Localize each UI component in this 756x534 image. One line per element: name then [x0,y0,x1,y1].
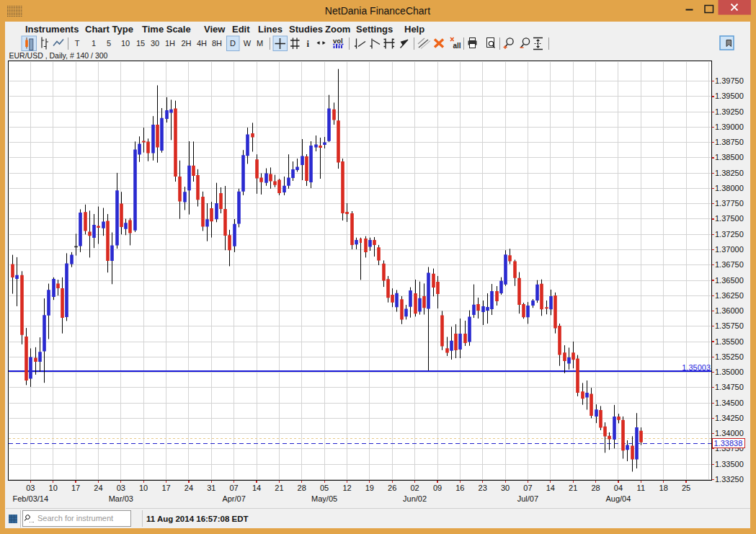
svg-text:Apr/07: Apr/07 [222,494,245,503]
svg-text:1.39000: 1.39000 [715,123,744,131]
svg-text:Instruments: Instruments [25,24,79,35]
svg-text:30: 30 [151,39,159,48]
svg-text:03: 03 [26,484,35,492]
svg-text:1.36000: 1.36000 [715,306,744,315]
svg-text:1.35750: 1.35750 [715,321,744,330]
svg-text:1.36750: 1.36750 [715,260,744,269]
svg-text:1H: 1H [165,39,175,48]
svg-text:1.39250: 1.39250 [715,107,744,116]
svg-text:1.35250: 1.35250 [715,352,744,361]
svg-text:Search for instrument: Search for instrument [37,514,113,522]
svg-text:W: W [244,39,252,48]
svg-text:1.34750: 1.34750 [715,383,744,391]
svg-text:1.36250: 1.36250 [715,291,744,300]
svg-text:Time Scale: Time Scale [142,24,191,35]
svg-text:i: i [307,39,310,49]
svg-text:21: 21 [569,484,577,492]
svg-text:Aug/04: Aug/04 [605,494,631,503]
svg-text:Zoom: Zoom [325,24,350,35]
svg-text:17: 17 [161,484,170,492]
svg-text:Jul/07: Jul/07 [517,494,538,503]
svg-text:vol: vol [333,37,343,45]
svg-text:EUR/USD , Daily, # 140 / 300: EUR/USD , Daily, # 140 / 300 [9,51,108,60]
svg-text:Mar/03: Mar/03 [109,494,133,503]
svg-text:26: 26 [388,484,396,492]
svg-text:May/05: May/05 [311,494,337,503]
svg-text:5: 5 [107,39,111,48]
svg-text:21: 21 [275,484,283,492]
svg-text:25: 25 [682,484,690,492]
svg-text:10: 10 [121,39,130,48]
svg-text:1.34000: 1.34000 [715,429,744,437]
svg-text:1.39750: 1.39750 [715,76,744,85]
svg-text:Studies: Studies [289,24,323,35]
svg-text:16: 16 [455,484,464,492]
svg-text:1.39500: 1.39500 [715,92,744,100]
svg-text:23: 23 [479,484,487,492]
svg-text:1.35500: 1.35500 [715,337,744,346]
svg-text:1.37250: 1.37250 [715,230,744,239]
svg-text:07: 07 [523,484,532,492]
svg-text:05: 05 [320,484,329,492]
svg-text:24: 24 [94,484,102,492]
svg-text:11: 11 [637,484,645,492]
svg-text:14: 14 [546,484,555,492]
svg-text:1.35003: 1.35003 [682,363,711,372]
svg-text:1.35000: 1.35000 [715,368,744,376]
svg-text:11 Aug 2014 16:57:08 EDT: 11 Aug 2014 16:57:08 EDT [146,515,248,523]
svg-text:View: View [204,24,226,35]
svg-text:1.37500: 1.37500 [715,214,744,223]
svg-text:04: 04 [614,484,623,492]
svg-text:1.34250: 1.34250 [715,414,744,422]
svg-text:19: 19 [365,484,374,492]
svg-text:D: D [230,39,236,48]
svg-text:Jun/02: Jun/02 [403,494,427,503]
svg-text:8H: 8H [212,39,222,48]
svg-text:Settings: Settings [356,24,393,35]
svg-text:14: 14 [252,484,261,492]
svg-text:12: 12 [342,484,351,492]
svg-text:03: 03 [117,484,125,492]
svg-text:1.38750: 1.38750 [715,138,744,146]
svg-text:02: 02 [410,484,419,492]
svg-text:17: 17 [71,484,80,492]
svg-text:31: 31 [207,484,215,492]
svg-text:Lines: Lines [258,24,283,35]
svg-text:4H: 4H [197,39,207,48]
svg-text:1.37000: 1.37000 [715,245,744,254]
svg-text:Help: Help [404,24,424,35]
svg-text:15: 15 [136,39,145,48]
svg-text:1.33838: 1.33838 [714,439,743,448]
svg-text:1.33250: 1.33250 [715,475,744,484]
svg-text:28: 28 [298,484,306,492]
svg-text:10: 10 [49,484,58,492]
svg-text:Chart Type: Chart Type [85,24,133,35]
svg-text:1.37750: 1.37750 [715,199,744,208]
svg-text:Feb/03/14: Feb/03/14 [13,494,49,503]
svg-text:28: 28 [591,484,600,492]
svg-text:10: 10 [139,484,148,492]
svg-text:1.36500: 1.36500 [715,276,744,285]
svg-text:09: 09 [433,484,442,492]
svg-text:1.38250: 1.38250 [715,169,744,177]
svg-text:1.34500: 1.34500 [715,399,744,407]
svg-text:30: 30 [501,484,510,492]
svg-text:T: T [75,39,80,48]
svg-text:all: all [453,42,461,50]
svg-text:M: M [257,39,263,48]
svg-text:1.38500: 1.38500 [715,153,744,161]
svg-text:1.33500: 1.33500 [715,460,744,468]
svg-text:24: 24 [184,484,193,492]
svg-text:Edit: Edit [232,24,250,35]
svg-text:NetDania FinanceChart: NetDania FinanceChart [325,5,430,17]
svg-text:1.38000: 1.38000 [715,184,744,192]
svg-text:2H: 2H [181,39,191,48]
svg-text:07: 07 [229,484,238,492]
svg-text:18: 18 [659,484,668,492]
svg-text:1: 1 [92,39,96,48]
